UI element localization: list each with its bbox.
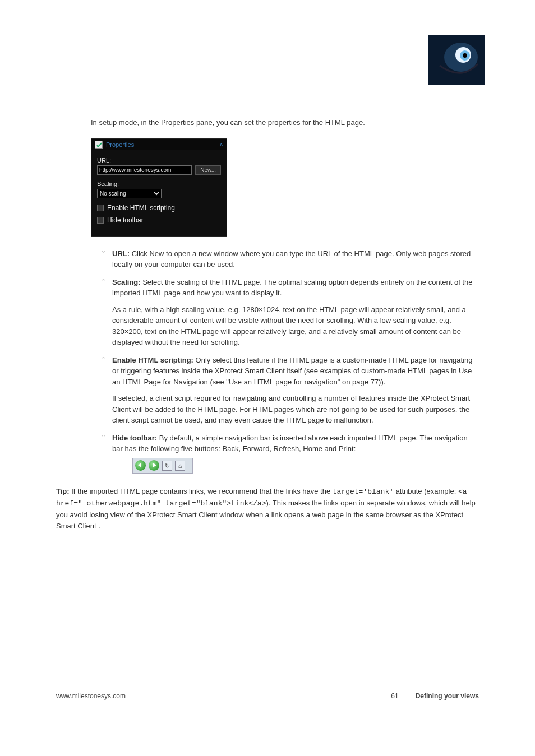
bullet-scaling: Scaling: Select the scaling of the HTML … bbox=[102, 277, 479, 348]
bullet-url: URL: Click New to open a new window wher… bbox=[102, 248, 479, 270]
enable-scripting-label: Enable HTML scripting bbox=[107, 204, 175, 212]
panel-header-checkbox-icon bbox=[95, 141, 103, 149]
nav-refresh-icon: ↻ bbox=[162, 461, 172, 471]
intro-paragraph: In setup mode, in the Properties pane, y… bbox=[91, 118, 479, 128]
bullet-hide-toolbar: Hide toolbar: By default, a simple navig… bbox=[102, 433, 479, 474]
collapse-icon[interactable]: ∧ bbox=[219, 141, 223, 147]
navigation-toolbar-preview: ↻ ⌂ bbox=[132, 458, 193, 474]
bullet-enable-scripting: Enable HTML scripting: Only select this … bbox=[102, 355, 479, 426]
properties-panel: Properties ∧ URL: New... Scaling: No sca… bbox=[91, 138, 227, 237]
properties-bullet-list: URL: Click New to open a new window wher… bbox=[102, 248, 479, 474]
scaling-label: Scaling: bbox=[97, 180, 221, 187]
tip-paragraph: Tip: If the imported HTML page contains … bbox=[56, 486, 479, 532]
checkbox-icon bbox=[97, 205, 104, 211]
nav-home-icon: ⌂ bbox=[175, 461, 185, 471]
tip-label: Tip: bbox=[56, 487, 70, 495]
hide-toolbar-label: Hide toolbar bbox=[107, 216, 144, 224]
enable-scripting-checkbox[interactable]: Enable HTML scripting bbox=[97, 204, 221, 212]
checkbox-icon bbox=[97, 217, 104, 224]
new-button[interactable]: New... bbox=[195, 165, 221, 175]
hide-toolbar-checkbox[interactable]: Hide toolbar bbox=[97, 216, 221, 224]
svg-point-4 bbox=[463, 53, 467, 58]
url-label: URL: bbox=[97, 157, 221, 164]
brand-logo bbox=[428, 35, 485, 85]
nav-back-icon bbox=[135, 460, 146, 471]
url-input[interactable] bbox=[97, 165, 192, 175]
footer-website: www.milestonesys.com bbox=[56, 692, 126, 700]
panel-title: Properties bbox=[106, 141, 219, 148]
footer-page-number: 61 bbox=[391, 692, 398, 700]
code-target-blank: target='blank' bbox=[333, 488, 394, 496]
page-footer: www.milestonesys.com 61 Defining your vi… bbox=[56, 692, 479, 700]
scaling-select[interactable]: No scaling bbox=[97, 189, 162, 198]
panel-header[interactable]: Properties ∧ bbox=[91, 139, 227, 150]
footer-section: Defining your views bbox=[416, 692, 479, 700]
nav-forward-icon bbox=[149, 460, 159, 471]
